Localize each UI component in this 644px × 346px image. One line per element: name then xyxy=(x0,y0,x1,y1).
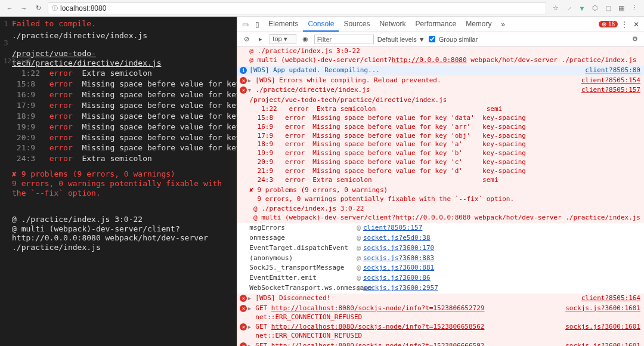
source-link[interactable]: sockjs.js?3600:1601 xyxy=(565,304,640,313)
group-similar-checkbox[interactable] xyxy=(429,36,435,42)
stack-frame: EventTarget.dispatchEvent@sockjs.js?3600… xyxy=(237,243,644,254)
source-link[interactable]: sockjs.js?3600:170 xyxy=(363,244,434,253)
error-overlay: 1 Failed to compile. 3 ./practice/direct… xyxy=(0,17,237,346)
url-link[interactable]: http://0.0.0.0:8080 xyxy=(392,56,467,64)
console-info-line: i [WDS] App updated. Recompiling... clie… xyxy=(237,66,644,76)
tab-elements[interactable]: Elements xyxy=(264,17,303,32)
tab-console[interactable]: Console xyxy=(303,17,339,32)
source-link[interactable]: sockjs.js?3600:881 xyxy=(363,264,434,273)
stack-frame: onmessage@socket.js?e5d0:38 xyxy=(237,233,644,243)
tab-sources[interactable]: Sources xyxy=(339,17,374,32)
context-selector[interactable]: top ▾ xyxy=(270,34,296,44)
lint-error-row: 1:22 error Extra semicolon semi xyxy=(12,69,237,78)
lint-summary-block: ✘ 9 problems (9 errors, 0 warnings) 9 er… xyxy=(237,186,644,205)
source-link[interactable]: client?8505:154 xyxy=(581,76,640,85)
star-icon[interactable]: ☆ xyxy=(551,4,561,13)
more-tabs-icon[interactable]: » xyxy=(498,19,509,30)
source-link[interactable]: sockjs.js?3600:1601 xyxy=(565,342,640,346)
url-link[interactable]: http://localhost:8080/sockjs-node/info?t… xyxy=(271,323,485,330)
network-error-line: ✕▶GET http://localhost:8080/sockjs-node/… xyxy=(237,341,644,346)
ext-icon-2[interactable]: ⬡ xyxy=(590,4,600,13)
source-link[interactable]: sockjs.js?3600:1601 xyxy=(565,323,640,332)
forward-button[interactable]: → xyxy=(19,4,29,13)
close-devtools-icon[interactable]: ✕ xyxy=(631,19,642,30)
console-error-line: ✕ ▼ ./practice/directive/index.js client… xyxy=(237,85,644,95)
compile-error-header: Failed to compile. xyxy=(12,19,237,29)
trace-line: @ multi (webpack)-dev-server/client?http… xyxy=(12,224,237,253)
source-link[interactable]: sockjs.js?3600:86 xyxy=(363,274,431,283)
stack-frame: EventEmitter.emit@sockjs.js?3600:86 xyxy=(237,273,644,283)
source-link[interactable]: sockjs.js?3600:2957 xyxy=(363,284,438,293)
ext-icon-4[interactable]: ▦ xyxy=(617,4,626,13)
tab-memory[interactable]: Memory xyxy=(461,17,496,32)
expand-icon[interactable]: ▶ xyxy=(246,77,253,84)
ghost-number: 3 xyxy=(4,38,8,48)
source-link[interactable]: client?8505:80 xyxy=(585,66,640,75)
stack-frame: SockJS._transportMessage@sockjs.js?3600:… xyxy=(237,263,644,273)
reload-button[interactable]: ↻ xyxy=(33,4,43,13)
tab-network[interactable]: Network xyxy=(374,17,410,32)
ext-icon-3[interactable]: ▢ xyxy=(603,4,613,13)
console-output: @ ./practice/index.js 3:0-22 @ multi (we… xyxy=(237,47,644,346)
network-error-line: ✕▶GET http://localhost:8080/sockjs-node/… xyxy=(237,322,644,341)
vue-devtools-icon[interactable]: ▼ xyxy=(577,4,587,13)
problems-summary: ✘ 9 problems (9 errors, 0 warnings) xyxy=(12,169,237,179)
network-error-line: ✕▶GET http://localhost:8080/sockjs-node/… xyxy=(237,304,644,323)
console-filter-input[interactable] xyxy=(314,35,374,44)
source-link[interactable]: sockjs.js?3600:883 xyxy=(363,254,434,263)
console-error-line: @ ./practice/index.js 3:0-22 @ multi (we… xyxy=(237,47,644,66)
clear-console-icon[interactable]: ⊘ xyxy=(241,34,252,45)
lint-error-row: 15:8 error Missing space before value fo… xyxy=(12,79,237,89)
console-sidebar-icon[interactable]: ▸ xyxy=(255,34,266,45)
menu-icon[interactable]: ⋮ xyxy=(630,4,639,13)
info-icon: i xyxy=(240,67,247,74)
lint-output-block: /project/vue-todo-tech/practice/directiv… xyxy=(237,95,644,185)
extension-icons: ☆ ⟋ ▼ ⬡ ▢ ▦ ⋮ xyxy=(551,4,639,13)
console-error-line: ✕ ▶ [WDS] Disconnected! client?8505:164 xyxy=(237,294,644,304)
url-bar[interactable]: ⓘ localhost:8080 xyxy=(48,2,546,14)
stack-frame: msgErrors@client?8505:157 xyxy=(237,223,644,233)
device-toggle-icon[interactable]: ▯ xyxy=(252,19,262,30)
browser-toolbar: ← → ↻ ⓘ localhost:8080 ☆ ⟋ ▼ ⬡ ▢ ▦ ⋮ xyxy=(0,0,644,17)
file-path: ./practice/directive/index.js xyxy=(12,31,237,41)
source-link[interactable]: client?8505:164 xyxy=(581,294,640,303)
console-error-line: ✕ ▶ [WDS] Errors while compiling. Reload… xyxy=(237,76,644,86)
url-link[interactable]: http://localhost:8080/sockjs-node/info?t… xyxy=(271,342,485,346)
devtools-tabs: ▭ ▯ ElementsConsoleSourcesNetworkPerform… xyxy=(237,17,644,32)
info-icon: ⓘ xyxy=(52,4,58,13)
stack-frame: WebSocketTransport.ws.onmessage@sockjs.j… xyxy=(237,283,644,294)
lint-error-row: 19:9 error Missing space before value fo… xyxy=(12,122,237,132)
ext-icon-1[interactable]: ⟋ xyxy=(564,4,574,13)
lint-footer-block: @ ./practice/index.js 3:0-22 @ multi (we… xyxy=(237,204,644,223)
lint-error-row: 17:9 error Missing space before value fo… xyxy=(12,101,237,110)
group-similar-label: Group similar xyxy=(439,36,478,43)
ghost-number: 1 xyxy=(4,19,8,29)
project-path-link[interactable]: /project/vue-todo-tech/practice/directiv… xyxy=(12,49,161,67)
devtools-menu-icon[interactable]: ⋮ xyxy=(619,19,630,30)
lint-error-row: 16:9 error Missing space before value fo… xyxy=(12,90,237,100)
log-levels-selector[interactable]: Default levels ▼ xyxy=(377,36,425,43)
url-text: localhost:8080 xyxy=(60,4,106,13)
source-link[interactable]: socket.js?e5d0:38 xyxy=(363,234,431,243)
devtools-panel: ▭ ▯ ElementsConsoleSourcesNetworkPerform… xyxy=(237,17,644,346)
error-count-badge[interactable]: ⊗ 16 xyxy=(599,21,618,27)
console-settings-icon[interactable]: ⚙ xyxy=(630,34,640,45)
lint-error-row: 20:9 error Missing space before value fo… xyxy=(12,133,237,143)
back-button[interactable]: ← xyxy=(5,4,14,13)
console-toolbar: ⊘ ▸ top ▾ ◉ Default levels ▼ Group simil… xyxy=(237,32,644,47)
tab-performance[interactable]: Performance xyxy=(410,17,461,32)
source-link[interactable]: client?8505:157 xyxy=(581,86,640,95)
eye-icon[interactable]: ◉ xyxy=(300,34,311,45)
fix-hint: 9 errors, 0 warnings potentially fixable… xyxy=(12,179,237,198)
lint-error-row: 21:9 error Missing space before value fo… xyxy=(12,143,237,153)
source-link[interactable]: client?8505:157 xyxy=(363,224,422,233)
stack-frame: (anonymous)@sockjs.js?3600:883 xyxy=(237,254,644,264)
lint-error-row: 18:9 error Missing space before value fo… xyxy=(12,112,237,121)
lint-error-row: 24:3 error Extra semicolon semi xyxy=(12,154,237,163)
url-link[interactable]: http://localhost:8080/sockjs-node/info?t… xyxy=(271,304,485,312)
inspect-icon[interactable]: ▭ xyxy=(240,19,250,30)
ghost-text: 123:a:0 xyxy=(4,57,31,65)
trace-line: @ ./practice/index.js 3:0-22 xyxy=(12,215,237,224)
